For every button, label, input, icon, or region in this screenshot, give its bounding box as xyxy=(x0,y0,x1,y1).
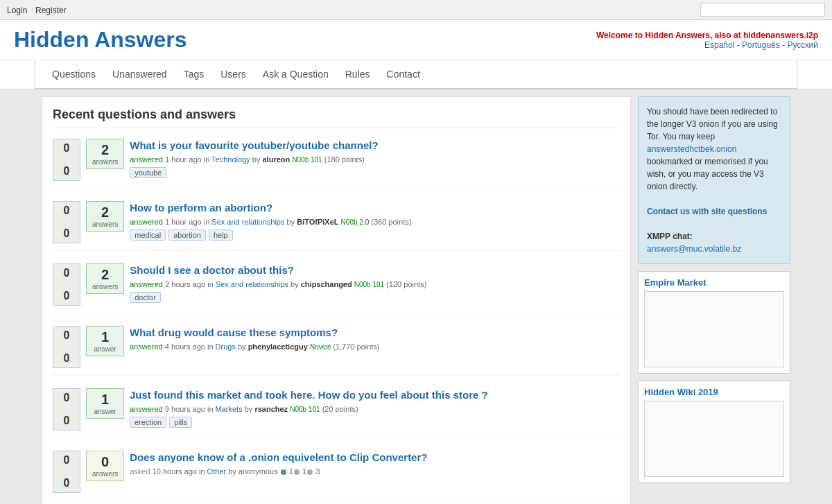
login-link[interactable]: Login xyxy=(7,6,27,15)
question-category[interactable]: Drugs xyxy=(216,342,236,351)
vote-box: 00 xyxy=(53,263,80,306)
question-category[interactable]: Sex and relationships xyxy=(211,218,284,226)
sidebar-info-box: You should have been redirected to the l… xyxy=(638,96,790,264)
question-time: 10 hours ago xyxy=(153,467,197,476)
author-badge: Novice xyxy=(310,343,333,351)
question-time: 1 hour ago xyxy=(165,155,202,164)
question-title[interactable]: Does anyone know of a .onion equivelent … xyxy=(130,451,427,463)
nav-item-rules[interactable]: Rules xyxy=(337,66,379,82)
nav-item-users[interactable]: Users xyxy=(212,66,254,82)
register-link[interactable]: Register xyxy=(35,6,67,15)
answer-count: 2 xyxy=(101,142,109,158)
answer-count: 1 xyxy=(101,329,109,345)
vote-box: 00 xyxy=(53,201,80,243)
vote-count-bottom: 0 xyxy=(64,290,70,302)
question-tags: medicalabortionhelp xyxy=(130,229,620,241)
sidebar-info-text: You should have been redirected to the l… xyxy=(647,107,778,141)
status-answered: answered xyxy=(130,218,163,226)
contact-link[interactable]: Contact us with site questions xyxy=(647,207,767,216)
header-welcome: Welcome to Hidden Answers, also at hidde… xyxy=(596,31,818,40)
question-category[interactable]: Markets xyxy=(216,405,243,413)
author-badge: N00b 2.0 xyxy=(341,218,370,226)
status-answered: answered xyxy=(130,342,163,351)
nav-item-unanswered[interactable]: Unanswered xyxy=(104,66,175,82)
tag[interactable]: pills xyxy=(169,417,192,428)
anon-username: anonymous xyxy=(239,467,278,476)
answer-box: 2answers xyxy=(86,201,124,232)
nav-bar: QuestionsUnansweredTagsUsersAsk a Questi… xyxy=(35,60,797,89)
page-title: Recent questions and answers xyxy=(53,107,620,128)
anon-num1: 1 xyxy=(287,467,293,476)
status-asked: asked xyxy=(130,467,150,476)
ad-empire-title: Empire Market xyxy=(644,277,784,288)
question-item: 000answersDoes anyone know of a .onion e… xyxy=(53,451,620,501)
question-content: Does anyone know of a .onion equivelent … xyxy=(130,451,620,476)
question-category[interactable]: Other xyxy=(207,467,227,476)
questions-list: 002answersWhat is your favourite youtube… xyxy=(53,139,620,501)
ad-box-wiki: Hidden Wiki 2019 xyxy=(638,381,790,483)
nav-item-questions[interactable]: Questions xyxy=(44,66,104,82)
tag[interactable]: abortion xyxy=(168,229,206,241)
answer-label: answer xyxy=(94,408,116,415)
vote-box: 00 xyxy=(53,388,80,431)
tag[interactable]: medical xyxy=(130,229,166,241)
question-title[interactable]: Should I see a doctor about this? xyxy=(130,264,294,276)
question-author: alureon xyxy=(263,155,291,164)
nav-item-tags[interactable]: Tags xyxy=(175,66,213,82)
question-title[interactable]: Just found this market and took here. Ho… xyxy=(130,389,488,401)
author-badge: N00b 101 xyxy=(290,406,320,413)
answer-label: answers xyxy=(92,470,118,478)
question-title[interactable]: How to perform an abortion? xyxy=(130,202,272,214)
content-area: Recent questions and answers 002answersW… xyxy=(42,96,631,504)
question-title[interactable]: What drug would cause these symptoms? xyxy=(130,327,338,338)
xmpp-email[interactable]: answers@muc.volatile.bz xyxy=(647,244,741,254)
search-input[interactable] xyxy=(700,3,825,17)
author-badge: N00b 101 xyxy=(354,281,384,288)
question-category[interactable]: Sex and relationships xyxy=(216,280,288,288)
tag[interactable]: youtube xyxy=(130,167,166,178)
question-category[interactable]: Technology xyxy=(211,155,250,164)
question-item: 002answersShould I see a doctor about th… xyxy=(53,263,620,313)
ad-wiki-inner xyxy=(644,401,784,477)
question-meta: asked 10 hours ago in Other by anonymous… xyxy=(130,467,620,476)
tag[interactable]: erection xyxy=(130,417,166,428)
onion-link[interactable]: answerstedhctbek.onion xyxy=(647,144,736,154)
lang-ru[interactable]: Русский xyxy=(787,40,818,50)
lang-es[interactable]: Español xyxy=(704,40,734,50)
vote-count-bottom: 0 xyxy=(64,227,70,240)
question-author: BiTOfPiXeL xyxy=(297,218,338,226)
answer-count: 0 xyxy=(101,454,109,470)
vote-count: 0 xyxy=(64,329,70,342)
top-bar: Login Register xyxy=(0,0,832,20)
question-author: chipschanged xyxy=(301,280,352,288)
header-langs: Español - Português - Русский xyxy=(596,40,818,50)
question-content: What drug would cause these symptoms?ans… xyxy=(130,326,620,351)
author-points: (1,770 points) xyxy=(333,342,379,351)
question-meta: answered 1 hour ago in Technology by alu… xyxy=(130,155,620,164)
question-title[interactable]: What is your favourite youtuber/youtube … xyxy=(130,139,378,151)
question-author: phenylaceticguy xyxy=(248,342,308,351)
search-box xyxy=(700,3,825,17)
question-time: 1 hour ago xyxy=(165,218,202,226)
question-content: Just found this market and took here. Ho… xyxy=(130,388,620,428)
status-answered: answered xyxy=(130,280,163,288)
question-tags: youtube xyxy=(130,167,620,178)
vote-count: 0 xyxy=(64,392,70,404)
lang-pt[interactable]: Português xyxy=(742,40,780,50)
header: Hidden Answers Welcome to Hidden Answers… xyxy=(0,20,832,60)
author-badge: N00b 101 xyxy=(292,156,322,164)
anon-dot3 xyxy=(307,469,313,475)
nav-item-ask-a-question[interactable]: Ask a Question xyxy=(254,66,337,82)
tag[interactable]: doctor xyxy=(130,292,161,303)
nav-item-contact[interactable]: Contact xyxy=(379,66,428,82)
header-right: Welcome to Hidden Answers, also at hidde… xyxy=(596,31,818,50)
site-title[interactable]: Hidden Answers xyxy=(14,27,187,53)
question-content: Should I see a doctor about this?answere… xyxy=(130,263,620,303)
question-content: What is your favourite youtuber/youtube … xyxy=(130,139,620,178)
question-item: 002answersHow to perform an abortion?ans… xyxy=(53,201,620,251)
vote-box: 00 xyxy=(53,139,80,181)
question-tags: doctor xyxy=(130,292,620,303)
ad-empire-inner xyxy=(644,291,784,367)
tag[interactable]: help xyxy=(209,229,233,241)
question-item: 001answerWhat drug would cause these sym… xyxy=(53,326,620,376)
